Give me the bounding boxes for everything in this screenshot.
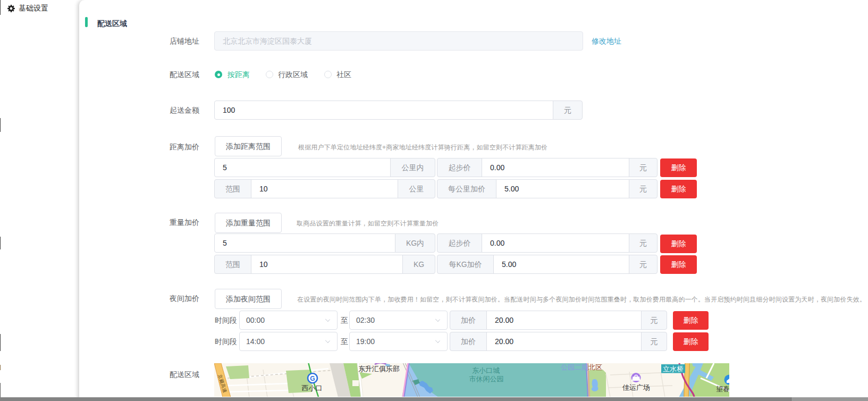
svg-text:G: G [310,375,315,382]
svg-text:立水桥: 立水桥 [663,365,684,373]
svg-text:望春: 望春 [716,385,729,393]
svg-text:西小口: 西小口 [302,384,323,392]
svg-text:佳运广场: 佳运广场 [622,383,650,391]
svg-text:市休闲公园: 市休闲公园 [469,375,504,383]
svg-text:东小口城: 东小口城 [472,366,500,374]
svg-text:东升汇俱乐部: 东升汇俱乐部 [358,365,400,373]
svg-text:公园二期北区: 公园二期北区 [561,363,602,371]
